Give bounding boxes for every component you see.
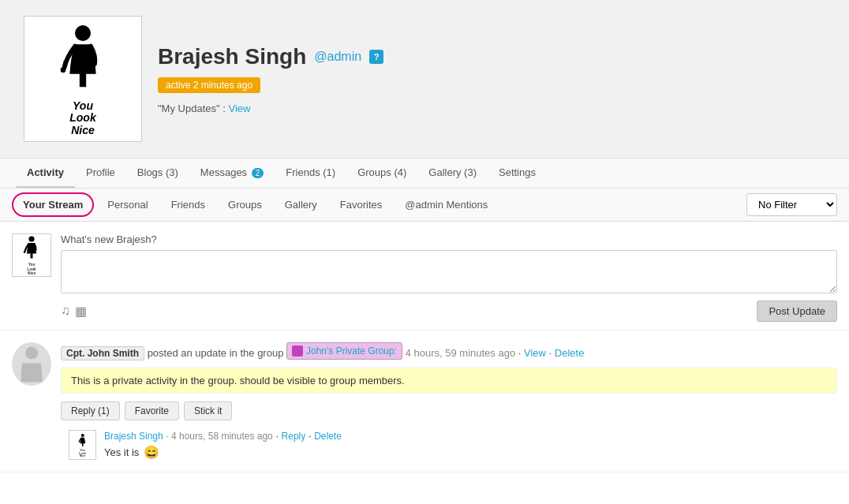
reply-header: Brajesh Singh · 4 hours, 58 minutes ago … <box>104 430 837 442</box>
stream-subnav: Your Stream Personal Friends Groups Gall… <box>0 189 849 222</box>
reply-delete-link[interactable]: Delete <box>314 431 342 442</box>
table-icon[interactable]: ▦ <box>75 304 87 319</box>
activity-view-link[interactable]: View <box>524 347 546 359</box>
post-silhouette-icon <box>20 235 43 263</box>
subnav-gallery[interactable]: Gallery <box>275 194 327 215</box>
activity-buttons: Reply (1) Favorite Stick it <box>61 401 837 420</box>
profile-avatar: You Look Nice <box>24 16 142 142</box>
post-form: What's new Brajesh? ♫ ▦ Post Update <box>61 233 837 322</box>
tab-profile[interactable]: Profile <box>75 159 126 188</box>
activity-item: Cpt. John Smith posted an update in the … <box>0 330 849 472</box>
view-link[interactable]: View <box>228 103 250 114</box>
post-icons: ♫ ▦ <box>61 304 87 319</box>
my-updates: "My Updates" : View <box>158 103 825 114</box>
subnav-mentions[interactable]: @admin Mentions <box>395 194 497 215</box>
post-actions: ♫ ▦ Post Update <box>61 301 837 322</box>
main-content: Your Stream Personal Friends Groups Gall… <box>0 189 849 504</box>
tab-gallery[interactable]: Gallery (3) <box>417 159 488 188</box>
reply-avatar: YouLookNice <box>69 430 96 460</box>
tab-friends[interactable]: Friends (1) <box>275 159 346 188</box>
reply-text: Yes it is 😄 <box>104 445 837 460</box>
profile-name-row: Brajesh Singh @admin ? <box>158 44 825 69</box>
activity-avatar-icon <box>16 345 47 384</box>
activity-time: 4 hours, 59 minutes ago <box>406 347 515 359</box>
reply-content: Brajesh Singh · 4 hours, 58 minutes ago … <box>104 430 837 460</box>
post-label: What's new Brajesh? <box>61 233 837 245</box>
group-icon <box>292 345 303 357</box>
reply-avatar-text: YouLookNice <box>79 448 85 457</box>
svg-point-3 <box>28 236 34 241</box>
music-icon[interactable]: ♫ <box>61 304 70 319</box>
subnav-your-stream[interactable]: Your Stream <box>12 192 94 217</box>
activity-delete-link[interactable]: Delete <box>555 347 585 359</box>
activity-action-text: posted an update in the group <box>148 347 284 359</box>
favorite-button[interactable]: Favorite <box>125 401 179 420</box>
reply-silhouette-icon <box>76 432 90 448</box>
post-avatar: YouLookNice <box>12 233 51 277</box>
profile-username: @admin <box>314 50 361 64</box>
tab-blogs[interactable]: Blogs (3) <box>126 159 189 188</box>
reply-button[interactable]: Reply (1) <box>61 401 120 420</box>
activity-avatar <box>12 342 51 386</box>
subnav-personal[interactable]: Personal <box>98 194 157 215</box>
silhouette-icon <box>51 21 114 100</box>
stick-it-button[interactable]: Stick it <box>184 401 232 420</box>
profile-header: You Look Nice Brajesh Singh @admin ? act… <box>0 0 849 159</box>
post-textarea[interactable] <box>61 250 837 293</box>
reply-section: YouLookNice Brajesh Singh · 4 hours, 58 … <box>69 430 837 460</box>
activity-message: This is a private activity in the group.… <box>61 368 837 394</box>
reply-time: · 4 hours, 58 minutes ago <box>166 431 272 442</box>
activity-content: Cpt. John Smith posted an update in the … <box>61 342 837 460</box>
nav-tabs: Activity Profile Blogs (3) Messages 2 Fr… <box>0 159 849 189</box>
reply-username-link[interactable]: Brajesh Singh <box>104 431 163 442</box>
filter-select[interactable]: No Filter All Members My Friends <box>746 193 837 216</box>
subnav-favorites[interactable]: Favorites <box>331 194 391 215</box>
tab-settings[interactable]: Settings <box>488 159 547 188</box>
tab-messages[interactable]: Messages 2 <box>189 159 275 188</box>
tab-groups[interactable]: Groups (4) <box>346 159 417 188</box>
profile-display-name: Brajesh Singh <box>158 44 306 69</box>
svg-point-6 <box>25 346 38 359</box>
subnav-friends[interactable]: Friends <box>162 194 215 215</box>
post-area: YouLookNice What's new Brajesh? ♫ ▦ Post… <box>0 222 849 330</box>
group-tag: John's Private Group: <box>286 342 402 360</box>
group-link[interactable]: John's Private Group: <box>306 344 397 358</box>
subnav-groups[interactable]: Groups <box>219 194 271 215</box>
reply-link[interactable]: Reply <box>282 431 306 442</box>
svg-point-1 <box>61 67 66 73</box>
activity-header: Cpt. John Smith posted an update in the … <box>61 342 837 361</box>
profile-info: Brajesh Singh @admin ? active 2 minutes … <box>158 44 825 114</box>
active-badge: active 2 minutes ago <box>158 77 260 93</box>
svg-point-4 <box>24 252 25 253</box>
post-update-button[interactable]: Post Update <box>757 301 837 322</box>
activity-username: Cpt. John Smith <box>61 346 144 360</box>
you-look-nice-text: You Look Nice <box>69 100 95 136</box>
help-icon[interactable]: ? <box>369 50 383 64</box>
svg-point-0 <box>75 25 91 41</box>
tab-activity[interactable]: Activity <box>16 159 75 188</box>
post-avatar-text: YouLookNice <box>27 263 36 276</box>
svg-point-7 <box>81 433 84 436</box>
